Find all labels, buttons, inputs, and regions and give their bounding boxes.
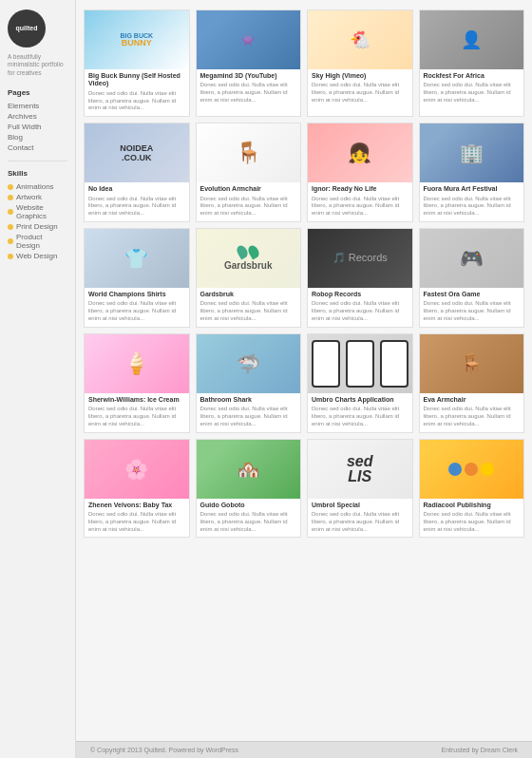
portfolio-desc: Donec sed odio dui. Nulla vitae elit lib…	[424, 82, 521, 104]
portfolio-item-robop[interactable]: 🎵 Records Robop Records Donec sed odio d…	[307, 228, 413, 328]
portfolio-info-robop: Robop Records Donec sed odio dui. Nulla …	[308, 288, 412, 327]
portfolio-info-bbb: Big Buck Bunny (Self Hosted Video) Donec…	[85, 69, 189, 116]
portfolio-desc: Donec sed odio dui. Nulla vitae elit lib…	[88, 300, 185, 322]
sed-lis-text: sedLIS	[347, 454, 373, 484]
skill-label: Print Design	[16, 222, 58, 231]
portfolio-desc: Donec sed odio dui. Nulla vitae elit lib…	[88, 196, 185, 218]
portfolio-item-eva[interactable]: 🪑 Eva Armchair Donec sed odio dui. Nulla…	[419, 333, 525, 433]
portfolio-item-sherwin[interactable]: 🍦 Sherwin-Williams: Ice Cream Donec sed …	[84, 333, 190, 433]
portfolio-info-radical: Radiacool Publishing Donec sed odio dui.…	[420, 499, 524, 538]
portfolio-info-umbro2: Umbrol Special Donec sed odio dui. Nulla…	[308, 499, 412, 538]
portfolio-thumb-mega: 👾	[197, 10, 301, 69]
portfolio-item-gards[interactable]: Gardsbruk Gardsbruk Donec sed odio dui. …	[196, 228, 302, 328]
portfolio-desc: Donec sed odio dui. Nulla vitae elit lib…	[200, 406, 297, 427]
portfolio-info-guido: Guido Goboto Donec sed odio dui. Nulla v…	[197, 499, 301, 538]
portfolio-item-bathroom[interactable]: 🦈 Bathroom Shark Donec sed odio dui. Nul…	[196, 333, 302, 433]
sidebar-item-elements[interactable]: Elements	[8, 101, 67, 111]
portfolio-desc: Donec sed odio dui. Nulla vitae elit lib…	[200, 511, 297, 533]
portfolio-desc: Donec sed odio dui. Nulla vitae elit lib…	[312, 511, 408, 533]
portfolio-item-radical[interactable]: Radiacool Publishing Donec sed odio dui.…	[419, 439, 525, 539]
sidebar-item-full-width[interactable]: Full Width	[8, 122, 67, 132]
portfolio-desc: Donec sed odio dui. Nulla vitae elit lib…	[312, 406, 408, 427]
portfolio-desc: Donec sed odio dui. Nulla vitae elit lib…	[424, 196, 521, 218]
portfolio-item-umbro2[interactable]: sedLIS Umbrol Special Donec sed odio dui…	[307, 439, 413, 539]
portfolio-title: Sky High (Vimeo)	[312, 72, 408, 80]
portfolio-desc: Donec sed odio dui. Nulla vitae elit lib…	[424, 406, 521, 427]
portfolio-info-gards: Gardsbruk Donec sed odio dui. Nulla vita…	[197, 288, 301, 327]
skill-dot	[8, 209, 13, 215]
portfolio-thumb-guido: 🏘️	[197, 440, 301, 499]
portfolio-item-sky[interactable]: 🐔 Sky High (Vimeo) Donec sed odio dui. N…	[307, 9, 413, 117]
portfolio-item-guido[interactable]: 🏘️ Guido Goboto Donec sed odio dui. Null…	[196, 439, 302, 539]
skill-website-graphics[interactable]: Website Graphics	[8, 202, 67, 221]
portfolio-info-ignor: Ignor: Ready No Life Donec sed odio dui.…	[308, 182, 412, 221]
skill-dot	[8, 195, 13, 200]
portfolio-info-sherwin: Sherwin-Williams: Ice Cream Donec sed od…	[85, 393, 189, 432]
portfolio-thumb-ignor: 👧	[308, 123, 412, 182]
skill-print-design[interactable]: Print Design	[8, 221, 67, 232]
portfolio-item-noidea[interactable]: NOIDEA.CO.UK No Idea Donec sed odio dui.…	[84, 123, 190, 222]
sidebar-item-archives[interactable]: Archives	[8, 111, 67, 122]
portfolio-desc: Donec sed odio dui. Nulla vitae elit lib…	[424, 300, 521, 322]
portfolio-title: Umbrol Special	[312, 502, 408, 509]
portfolio-desc: Donec sed odio dui. Nulla vitae elit lib…	[312, 300, 408, 322]
skill-label: Product Design	[16, 233, 67, 250]
portfolio-item-bbb[interactable]: Big Buck BUNNY Big Buck Bunny (Self Host…	[84, 9, 190, 117]
portfolio-item-fuora[interactable]: 🏢 Fuora Mura Art Festival Donec sed odio…	[419, 123, 525, 222]
portfolio-item-ignor[interactable]: 👧 Ignor: Ready No Life Donec sed odio du…	[307, 123, 413, 222]
portfolio-info-bathroom: Bathroom Shark Donec sed odio dui. Nulla…	[197, 393, 301, 432]
portfolio-thumb-umbro	[308, 334, 412, 393]
portfolio-thumb-bathroom: 🦈	[197, 334, 301, 393]
portfolio-thumb-robop: 🎵 Records	[308, 229, 412, 288]
portfolio-item-champs[interactable]: 👕 World Champions Shirts Donec sed odio …	[84, 228, 190, 328]
portfolio-info-evolution: Evolution Armchair Donec sed odio dui. N…	[197, 182, 301, 221]
phone-mockup-3	[380, 340, 408, 388]
logo[interactable]: quilted	[8, 9, 46, 47]
skill-artwork[interactable]: Artwork	[8, 192, 67, 202]
portfolio-grid: Big Buck BUNNY Big Buck Bunny (Self Host…	[84, 9, 524, 538]
portfolio-thumb-noidea: NOIDEA.CO.UK	[85, 123, 189, 182]
skill-dot	[8, 254, 13, 259]
skill-label: Animations	[16, 182, 54, 191]
portfolio-thumb-sherwin: 🍦	[85, 334, 189, 393]
skill-animations[interactable]: Animations	[8, 181, 67, 192]
portfolio-title: Rockfest For Africa	[424, 72, 521, 80]
logo-text: quilted	[16, 25, 38, 32]
portfolio-desc: Donec sed odio dui. Nulla vitae elit lib…	[200, 82, 297, 104]
skill-dot	[8, 224, 13, 230]
portfolio-item-fastest[interactable]: 🎮 Fastest Ora Game Donec sed odio dui. N…	[419, 228, 525, 328]
skill-web-design[interactable]: Web Design	[8, 251, 67, 261]
skill-product-design[interactable]: Product Design	[8, 232, 67, 251]
portfolio-desc: Donec sed odio dui. Nulla vitae elit lib…	[312, 196, 408, 218]
portfolio-desc: Donec sed odio dui. Nulla vitae elit lib…	[312, 82, 408, 104]
portfolio-title: Radiacool Publishing	[424, 502, 521, 509]
skill-label: Web Design	[16, 252, 57, 260]
sidebar-item-contact[interactable]: Contact	[8, 142, 67, 153]
portfolio-item-africa[interactable]: 👤 Rockfest For Africa Donec sed odio dui…	[419, 9, 525, 117]
portfolio-desc: Donec sed odio dui. Nulla vitae elit lib…	[88, 90, 185, 112]
portfolio-title: Ignor: Ready No Life	[312, 185, 408, 193]
portfolio-title: No Idea	[88, 185, 185, 193]
portfolio-info-africa: Rockfest For Africa Donec sed odio dui. …	[420, 69, 524, 108]
footer-copyright: © Copyright 2013 Quilted. Powered by Wor…	[90, 747, 238, 753]
portfolio-desc: Donec sed odio dui. Nulla vitae elit lib…	[200, 300, 297, 322]
portfolio-title: Sherwin-Williams: Ice Cream	[88, 396, 185, 404]
sidebar-item-blog[interactable]: Blog	[8, 132, 67, 142]
portfolio-title: Bathroom Shark	[200, 396, 297, 404]
portfolio-item-mega[interactable]: 👾 Megamind 3D (YouTube) Donec sed odio d…	[196, 9, 302, 117]
portfolio-title: Robop Records	[312, 291, 408, 298]
portfolio-thumb-champs: 👕	[85, 229, 189, 288]
portfolio-info-fuora: Fuora Mura Art Festival Donec sed odio d…	[420, 182, 524, 221]
skill-dot	[8, 184, 13, 190]
portfolio-title: Guido Goboto	[200, 502, 297, 509]
footer: © Copyright 2013 Quilted. Powered by Wor…	[76, 741, 532, 758]
portfolio-thumb-africa: 👤	[420, 10, 524, 69]
portfolio-item-evolution[interactable]: 🪑 Evolution Armchair Donec sed odio dui.…	[196, 123, 302, 222]
portfolio-thumb-umbro2: sedLIS	[308, 440, 412, 499]
portfolio-item-zhenen[interactable]: 🌸 Zhenen Velvons: Baby Tax Donec sed odi…	[84, 439, 190, 539]
portfolio-thumb-evolution: 🪑	[197, 123, 301, 182]
circles-graphic	[448, 463, 494, 476]
portfolio-item-umbro[interactable]: Umbro Charts Application Donec sed odio …	[307, 333, 413, 433]
portfolio-title: Umbro Charts Application	[312, 396, 408, 404]
portfolio-thumb-eva: 🪑	[420, 334, 524, 393]
